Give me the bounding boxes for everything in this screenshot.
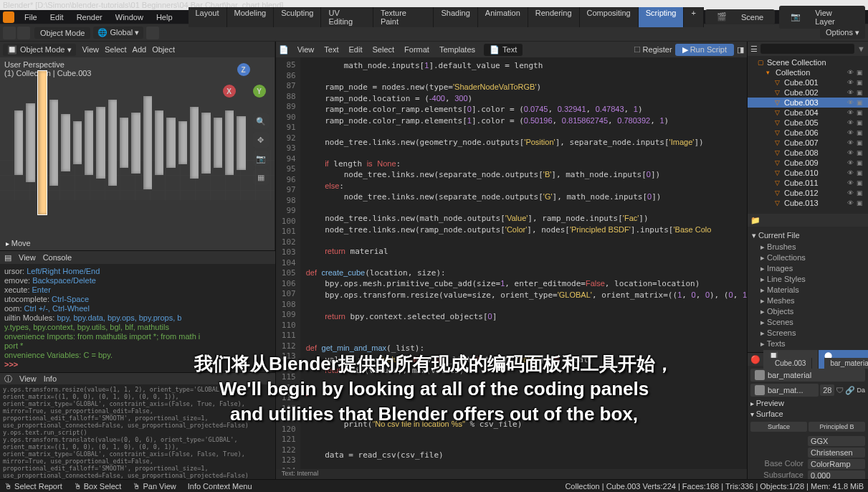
info-view-menu[interactable]: View: [19, 374, 37, 383]
shield-icon[interactable]: 🛡: [836, 386, 844, 394]
mat-tab-material[interactable]: ⬤ bar_material: [819, 350, 868, 369]
link-icon[interactable]: 🔗: [845, 386, 855, 395]
sidebar-toggle-icon[interactable]: ◨: [737, 45, 744, 55]
category-images[interactable]: ▸ Images: [752, 263, 864, 274]
workspace-tab-animation[interactable]: Animation: [478, 7, 528, 27]
menu-window[interactable]: Window: [110, 11, 149, 23]
workspace-tab-scripting[interactable]: Scripting: [639, 7, 685, 27]
workspace-tab-shading[interactable]: Shading: [434, 7, 477, 27]
text-editor-body[interactable]: 85 86 87 88 89 90 91 92 93 94 95 96 97 9…: [276, 57, 747, 469]
workspace-tab-compositing[interactable]: Compositing: [580, 7, 639, 27]
workspace-tab-texture paint[interactable]: Texture Paint: [373, 7, 434, 27]
material-slot[interactable]: bar_material: [750, 369, 865, 382]
camera-icon[interactable]: 📷: [253, 151, 269, 166]
outliner-item[interactable]: ▢Scene Collection: [748, 57, 868, 67]
outliner-item[interactable]: ▽Cube.004👁▣: [748, 108, 868, 118]
axis-y-icon[interactable]: Y: [253, 85, 266, 98]
run-script-button[interactable]: ▶ Run Script: [675, 44, 734, 56]
move-view-icon[interactable]: ✥: [253, 132, 269, 148]
register-checkbox[interactable]: ☐ Register: [634, 45, 672, 55]
snap-toggle[interactable]: [146, 27, 159, 39]
editor-menu-text[interactable]: Text: [320, 44, 343, 55]
surface-label-btn[interactable]: Surface: [750, 422, 807, 432]
viewport-object-menu[interactable]: Object: [152, 45, 175, 54]
orientation-selector[interactable]: 🌐 Global ▾: [93, 27, 143, 39]
outliner-item[interactable]: ▽Cube.013👁▣: [748, 198, 868, 208]
outliner-item[interactable]: ▽Cube.007👁▣: [748, 138, 868, 148]
viewport-mode[interactable]: 🔲 Object Mode ▾: [3, 44, 76, 56]
category-materials[interactable]: ▸ Materials: [752, 285, 864, 295]
category-line styles[interactable]: ▸ Line Styles: [752, 274, 864, 285]
menu-help[interactable]: Help: [151, 11, 178, 23]
category-texts[interactable]: ▸ Texts: [752, 339, 864, 349]
cursor-icon[interactable]: [3, 27, 16, 39]
mode-dropdown[interactable]: Object Mode: [34, 27, 90, 39]
info-editor-icon[interactable]: ⓘ: [4, 374, 12, 384]
category-brushes[interactable]: ▸ Brushes: [752, 242, 864, 252]
category-meshes[interactable]: ▸ Meshes: [752, 295, 864, 306]
workspace-tab-modeling[interactable]: Modeling: [227, 7, 275, 27]
material-name-field[interactable]: bar_mat...: [750, 384, 819, 397]
text-datablock-selector[interactable]: 📄 Text: [484, 44, 523, 56]
category-collections[interactable]: ▸ Collections: [752, 252, 864, 263]
3d-viewport[interactable]: 🔲 Object Mode ▾ View Select Add Object U…: [0, 42, 275, 250]
category-objects[interactable]: ▸ Objects: [752, 306, 864, 317]
outliner-item[interactable]: ▽Cube.003👁▣: [748, 98, 868, 108]
editor-menu-edit[interactable]: Edit: [345, 44, 367, 55]
viewport-select-menu[interactable]: Select: [105, 45, 127, 54]
status-box-select[interactable]: 🖱 Box Select: [74, 482, 122, 491]
outliner-item[interactable]: ▽Cube.006👁▣: [748, 128, 868, 138]
outliner-search[interactable]: [760, 44, 854, 54]
principled-btn[interactable]: Principled B: [809, 422, 865, 432]
menu-edit[interactable]: Edit: [44, 11, 70, 23]
outliner-item[interactable]: ▽Cube.008👁▣: [748, 148, 868, 158]
scene-selector[interactable]: 🎬Scene: [705, 9, 775, 24]
outliner-item[interactable]: ▽Cube.002👁▣: [748, 87, 868, 98]
status-pan-view[interactable]: 🖱 Pan View: [133, 482, 176, 491]
viewlayer-selector[interactable]: 📷View Layer: [779, 6, 865, 29]
workspace-tab-+[interactable]: +: [684, 7, 703, 27]
filebrowser-icon[interactable]: 📁: [750, 216, 760, 225]
user-count[interactable]: 28: [820, 384, 834, 396]
persp-icon[interactable]: ▦: [253, 169, 269, 185]
info-log[interactable]: y.ops.transform.resize(value=(1, 1, 2), …: [0, 384, 275, 481]
category-scenes[interactable]: ▸ Scenes: [752, 317, 864, 328]
console-editor-icon[interactable]: ▤: [4, 253, 11, 262]
preview-header[interactable]: ▸ Preview: [750, 399, 865, 407]
mat-tab-object[interactable]: 🔲 Cube.003: [763, 350, 819, 369]
current-file-header[interactable]: ▾ Current File: [752, 231, 864, 240]
workspace-tab-layout[interactable]: Layout: [189, 7, 227, 27]
viewport-add-menu[interactable]: Add: [133, 45, 147, 54]
workspace-tab-rendering[interactable]: Rendering: [528, 7, 580, 27]
menu-render[interactable]: Render: [71, 11, 108, 23]
filter-icon[interactable]: ▼: [857, 44, 865, 53]
category-screens[interactable]: ▸ Screens: [752, 328, 864, 339]
select-icon[interactable]: [17, 27, 30, 39]
viewport-view-menu[interactable]: View: [82, 45, 99, 54]
outliner-item[interactable]: ▾Collection👁▣: [748, 67, 868, 77]
outliner-icon[interactable]: ☰: [750, 44, 758, 54]
material-icon[interactable]: 🔴: [750, 355, 760, 364]
surface-header[interactable]: ▾ Surface: [750, 410, 865, 418]
workspace-tab-uv editing[interactable]: UV Editing: [321, 7, 373, 27]
text-editor-icon[interactable]: 📄: [279, 45, 289, 55]
status-select-report[interactable]: 🖱 Select Report: [4, 482, 62, 491]
outliner-item[interactable]: ▽Cube.010👁▣: [748, 168, 868, 178]
outliner-item[interactable]: ▽Cube.011👁▣: [748, 178, 868, 188]
console-console-menu[interactable]: Console: [43, 253, 72, 262]
editor-menu-format[interactable]: Format: [400, 44, 434, 55]
zoom-icon[interactable]: 🔍: [253, 113, 269, 129]
outliner-item[interactable]: ▽Cube.009👁▣: [748, 158, 868, 168]
info-info-menu[interactable]: Info: [44, 374, 57, 383]
python-console[interactable]: ursor: Left/Right Home/Endemove: Backspa…: [0, 264, 275, 372]
outliner-item[interactable]: ▽Cube.012👁▣: [748, 188, 868, 198]
console-view-menu[interactable]: View: [19, 253, 36, 262]
outliner-item[interactable]: ▽Cube.005👁▣: [748, 118, 868, 128]
workspace-tab-sculpting[interactable]: Sculpting: [274, 7, 321, 27]
editor-menu-view[interactable]: View: [293, 44, 319, 55]
options-dropdown[interactable]: Options ▾: [820, 27, 865, 39]
editor-menu-templates[interactable]: Templates: [435, 44, 480, 55]
outliner-item[interactable]: ▽Cube.001👁▣: [748, 77, 868, 87]
editor-menu-select[interactable]: Select: [368, 44, 399, 55]
status-context-menu[interactable]: Info Context Menu: [188, 482, 252, 491]
